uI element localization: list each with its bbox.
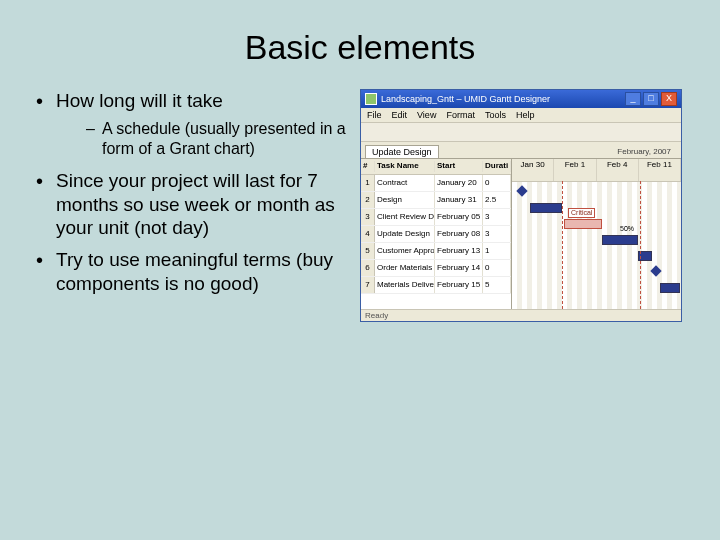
gantt-grid: # Task Name Start Durati on 1ContractJan… [361, 158, 681, 309]
cell-num: 3 [361, 209, 375, 225]
minimize-button[interactable]: _ [625, 92, 641, 106]
cell-task: Contract [375, 175, 435, 191]
cell-dur: 5 [483, 277, 511, 293]
table-row[interactable]: 5Customer ApprovalFebruary 131 [361, 243, 511, 260]
table-row[interactable]: 3Client Review DesignFebruary 053 [361, 209, 511, 226]
menu-help[interactable]: Help [516, 110, 535, 120]
marker-line [640, 181, 641, 309]
gantt-screenshot: Landscaping_Gntt – UMID Gantt Designer _… [360, 89, 682, 322]
gantt-timeline: Jan 30 Feb 1 Feb 4 Feb 11 Critical 50% [512, 159, 681, 309]
milestone-icon [650, 265, 661, 276]
today-line [562, 181, 563, 309]
table-row[interactable]: 2DesignJanuary 312.5 [361, 192, 511, 209]
menu-edit[interactable]: Edit [392, 110, 408, 120]
percent-label: 50% [620, 225, 634, 232]
window-titlebar: Landscaping_Gntt – UMID Gantt Designer _… [361, 90, 681, 108]
cell-num: 7 [361, 277, 375, 293]
bullet-2: Since your project will last for 7 month… [30, 169, 360, 240]
timeline-col: Feb 1 [554, 159, 596, 181]
table-row[interactable]: 7Materials DeliveryFebruary 155 [361, 277, 511, 294]
maximize-button[interactable]: □ [643, 92, 659, 106]
bullet-column: How long will it take A schedule (usuall… [30, 89, 360, 322]
toolbar [361, 123, 681, 142]
col-dur: Durati on [483, 161, 511, 172]
table-row[interactable]: 4Update DesignFebruary 083 [361, 226, 511, 243]
table-row[interactable]: 6Order MaterialsFebruary 140 [361, 260, 511, 277]
tab-strip: Update Design February, 2007 [361, 142, 681, 158]
cell-start: February 15 [435, 277, 483, 293]
menu-file[interactable]: File [367, 110, 382, 120]
cell-dur: 1 [483, 243, 511, 259]
cell-dur: 3 [483, 226, 511, 242]
gantt-bar-critical [564, 219, 602, 229]
milestone-icon [516, 185, 527, 196]
cell-num: 5 [361, 243, 375, 259]
cell-task: Materials Delivery [375, 277, 435, 293]
status-bar: Ready [361, 309, 681, 321]
gantt-bar [660, 283, 680, 293]
bullet-1a: A schedule (usually presented in a form … [86, 119, 360, 159]
cell-num: 1 [361, 175, 375, 191]
menu-bar: File Edit View Format Tools Help [361, 108, 681, 123]
col-start: Start [435, 161, 483, 172]
cell-start: January 20 [435, 175, 483, 191]
cell-num: 2 [361, 192, 375, 208]
tab-update-design[interactable]: Update Design [365, 145, 439, 158]
timeline-header: Jan 30 Feb 1 Feb 4 Feb 11 [512, 159, 681, 182]
cell-dur: 0 [483, 260, 511, 276]
bullet-3: Try to use meaningful terms (buy compone… [30, 248, 360, 296]
window-title: Landscaping_Gntt – UMID Gantt Designer [381, 94, 625, 104]
task-table: # Task Name Start Durati on 1ContractJan… [361, 159, 512, 309]
close-button[interactable]: X [661, 92, 677, 106]
cell-start: February 13 [435, 243, 483, 259]
slide-body: How long will it take A schedule (usuall… [0, 67, 720, 322]
col-num: # [361, 161, 375, 172]
cell-dur: 3 [483, 209, 511, 225]
app-icon [365, 93, 377, 105]
cell-task: Update Design [375, 226, 435, 242]
cell-start: February 08 [435, 226, 483, 242]
critical-label: Critical [568, 208, 595, 218]
cell-start: February 14 [435, 260, 483, 276]
table-row[interactable]: 1ContractJanuary 200 [361, 175, 511, 192]
cell-task: Design [375, 192, 435, 208]
table-header: # Task Name Start Durati on [361, 159, 511, 175]
month-label: February, 2007 [611, 145, 677, 158]
cell-start: February 05 [435, 209, 483, 225]
cell-start: January 31 [435, 192, 483, 208]
cell-dur: 2.5 [483, 192, 511, 208]
gantt-bar [530, 203, 562, 213]
timeline-col: Feb 4 [597, 159, 639, 181]
timeline-col: Jan 30 [512, 159, 554, 181]
cell-num: 4 [361, 226, 375, 242]
bullet-1: How long will it take A schedule (usuall… [30, 89, 360, 159]
bullet-1-text: How long will it take [56, 90, 223, 111]
cell-task: Client Review Design [375, 209, 435, 225]
slide-title: Basic elements [0, 0, 720, 67]
menu-tools[interactable]: Tools [485, 110, 506, 120]
cell-dur: 0 [483, 175, 511, 191]
cell-task: Customer Approval [375, 243, 435, 259]
cell-task: Order Materials [375, 260, 435, 276]
col-task: Task Name [375, 161, 435, 172]
menu-format[interactable]: Format [446, 110, 475, 120]
menu-view[interactable]: View [417, 110, 436, 120]
timeline-col: Feb 11 [639, 159, 681, 181]
cell-num: 6 [361, 260, 375, 276]
gantt-bar [602, 235, 638, 245]
